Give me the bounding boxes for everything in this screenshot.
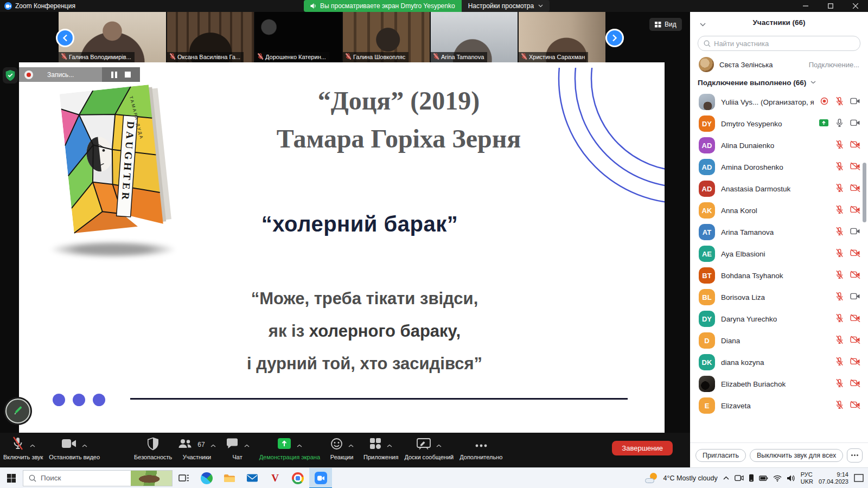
participant-row[interactable]: ADAmina Doroshenko <box>690 156 868 178</box>
toolbar-whiteboards-button[interactable]: Доски сообщений <box>404 436 454 460</box>
camera-off-icon[interactable] <box>850 271 860 281</box>
minimize-button[interactable] <box>793 0 818 12</box>
mic-muted-icon[interactable] <box>835 183 844 195</box>
maximize-button[interactable] <box>818 0 843 12</box>
camera-on-icon[interactable] <box>850 97 860 107</box>
camera-off-icon[interactable] <box>850 314 860 324</box>
toolbar-apps-button[interactable]: Приложения <box>363 436 398 460</box>
weather-text[interactable]: 4°C Mostly cloudy <box>663 474 718 482</box>
participant-row[interactable]: Elizabeth Buriachok <box>690 373 868 395</box>
mic-muted-icon[interactable] <box>835 400 844 412</box>
more-options-button[interactable] <box>847 448 863 463</box>
action-center-icon[interactable] <box>854 474 864 482</box>
toolbar-chat-button[interactable]: Чат <box>222 436 253 460</box>
mic-muted-icon[interactable] <box>835 335 844 346</box>
panel-collapse-button[interactable] <box>700 19 706 29</box>
participant-row[interactable]: AEAya Elbasioni <box>690 243 868 265</box>
camera-off-icon[interactable] <box>850 249 860 259</box>
video-thumbnail[interactable]: Дорошенко Катерин... <box>255 12 342 62</box>
phone-tray-icon[interactable] <box>749 474 754 482</box>
mic-muted-icon[interactable] <box>835 140 844 151</box>
mic-muted-icon[interactable] <box>835 270 844 281</box>
camera-off-icon[interactable] <box>850 162 860 172</box>
video-thumbnail[interactable]: Оксана Василівна Га... <box>167 12 254 62</box>
participant-row[interactable]: BTBohdana Tsyhanok <box>690 265 868 286</box>
connected-section-header[interactable]: Подключение выполнено (66) <box>690 74 868 91</box>
chevron-up-icon[interactable] <box>30 440 35 450</box>
camera-off-icon[interactable] <box>850 140 860 151</box>
toolbar-audio-button[interactable]: Включить звук <box>3 436 43 460</box>
mic-muted-icon[interactable] <box>835 205 844 216</box>
clock[interactable]: 9:14 07.04.2023 <box>819 471 848 485</box>
view-layout-button[interactable]: Вид <box>649 18 682 31</box>
chevron-up-icon[interactable] <box>297 440 302 450</box>
participant-row[interactable]: ADAlina Dunaienko <box>690 134 868 156</box>
search-highlight-image[interactable] <box>131 471 172 486</box>
wifi-tray-icon[interactable] <box>773 475 782 481</box>
file-explorer-button[interactable] <box>218 468 241 488</box>
camera-tray-icon[interactable] <box>735 474 744 481</box>
mic-muted-icon[interactable] <box>835 97 844 108</box>
chevron-up-icon[interactable] <box>348 440 354 450</box>
scrollbar[interactable] <box>863 163 866 222</box>
camera-off-icon[interactable] <box>850 357 860 368</box>
toolbar-security-button[interactable]: Безопасность <box>134 436 172 460</box>
previous-videos-button[interactable] <box>56 29 74 47</box>
toolbar-video-button[interactable]: Остановить видео <box>49 436 100 460</box>
chevron-up-icon[interactable] <box>82 440 87 450</box>
camera-on-icon[interactable] <box>850 119 860 129</box>
chrome-app-button[interactable] <box>286 468 309 488</box>
mic-on-icon[interactable] <box>835 118 844 130</box>
end-meeting-button[interactable]: Завершение <box>612 441 673 455</box>
edge-app-button[interactable] <box>195 468 218 488</box>
camera-off-icon[interactable] <box>850 379 860 389</box>
participant-row[interactable]: ADAnastasia Darmostuk <box>690 178 868 200</box>
participant-row[interactable]: DYDmytro Yesypenko <box>690 113 868 134</box>
camera-off-icon[interactable] <box>850 206 860 216</box>
mic-muted-icon[interactable] <box>835 162 844 173</box>
mic-muted-icon[interactable] <box>835 313 844 325</box>
toolbar-share-button[interactable]: Демонстрация экрана <box>259 436 320 460</box>
toolbar-participants-button[interactable]: 67Участники <box>178 436 215 460</box>
participant-row[interactable]: BLBorisova Liza <box>690 286 868 308</box>
video-thumbnail[interactable]: Галина Володимирів... <box>59 12 166 62</box>
hidden-icons-chevron[interactable] <box>723 476 729 480</box>
joining-participant-row[interactable]: Свєта Зелінська Подключение... <box>690 55 868 74</box>
participant-row[interactable]: DKdiana kozyna <box>690 351 868 373</box>
chevron-up-icon[interactable] <box>244 440 250 450</box>
next-videos-button[interactable] <box>605 29 624 47</box>
search-participant-input[interactable]: Найти участника <box>698 36 860 51</box>
red-v-app-button[interactable]: V <box>264 468 286 488</box>
pause-recording-icon[interactable] <box>111 72 117 78</box>
mic-muted-icon[interactable] <box>835 227 844 238</box>
taskbar-search-input[interactable]: Поиск <box>23 470 173 486</box>
toolbar-more-button[interactable]: Дополнительно <box>459 436 502 460</box>
video-thumbnail[interactable]: Arina Tamanova <box>431 12 518 62</box>
participant-row[interactable]: Yuliia Vys... (Организатор, я) <box>690 91 868 113</box>
chevron-up-icon[interactable] <box>436 440 442 450</box>
mic-muted-icon[interactable] <box>835 378 844 390</box>
mute-all-button[interactable]: Выключить звук для всех <box>750 449 843 462</box>
toolbar-reactions-button[interactable]: Реакции <box>326 436 358 460</box>
participant-row[interactable]: DDiana <box>690 330 868 351</box>
view-settings-button[interactable]: Настройки просмотра <box>462 0 550 12</box>
annotation-pencil-button[interactable] <box>5 399 30 423</box>
stop-recording-icon[interactable] <box>125 72 131 78</box>
start-button[interactable] <box>0 468 23 488</box>
participant-row[interactable]: EElizaveta <box>690 395 868 416</box>
language-indicator[interactable]: РУС UKR <box>801 471 813 485</box>
mic-muted-icon[interactable] <box>835 292 844 303</box>
chevron-up-icon[interactable] <box>387 440 392 450</box>
camera-off-icon[interactable] <box>850 336 860 346</box>
video-thumbnail[interactable]: Христина Сарахман <box>519 12 605 62</box>
participant-row[interactable]: DYDaryna Yurechko <box>690 308 868 330</box>
zoom-app-button[interactable] <box>309 468 332 488</box>
chevron-up-icon[interactable] <box>210 440 216 450</box>
invite-button[interactable]: Пригласить <box>695 449 746 462</box>
camera-off-icon[interactable] <box>850 184 860 194</box>
video-thumbnail[interactable]: Галина Шовкопляс <box>343 12 430 62</box>
camera-on-icon[interactable] <box>850 292 860 303</box>
camera-off-icon[interactable] <box>850 401 860 411</box>
participant-row[interactable]: ATArina Tamanova <box>690 221 868 243</box>
mic-muted-icon[interactable] <box>835 357 844 368</box>
